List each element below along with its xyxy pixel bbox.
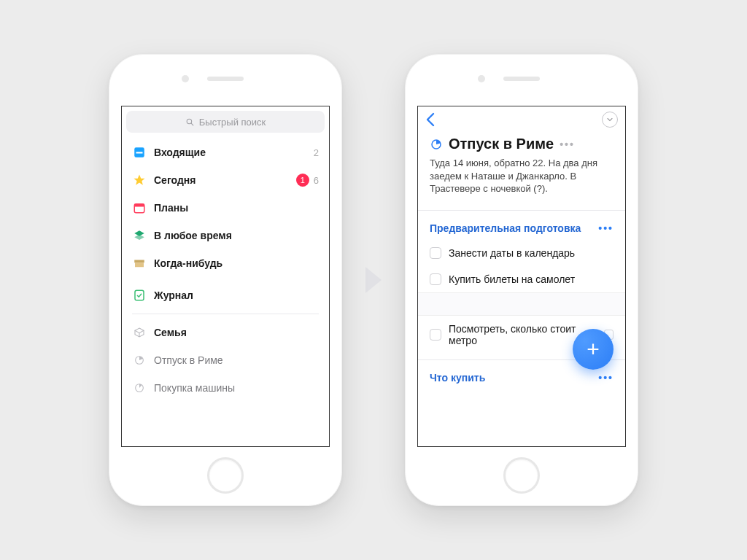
- project-pie-icon: [132, 353, 147, 368]
- task-row[interactable]: Купить билеты на самолет: [418, 266, 625, 292]
- logbook-icon: [132, 288, 147, 303]
- svg-rect-11: [135, 290, 144, 300]
- search-placeholder: Быстрый поиск: [199, 117, 266, 128]
- archive-icon: [132, 256, 147, 271]
- task-title: Купить билеты на самолет: [449, 273, 575, 285]
- phone-left: Быстрый поиск Входящие 2 Сегодня 1 6: [109, 54, 342, 506]
- calendar-icon: [132, 201, 147, 215]
- home-button[interactable]: [207, 457, 244, 494]
- area-label: Семья: [154, 327, 319, 338]
- right-screen: Отпуск в Риме ••• Туда 14 июня, обратно …: [417, 106, 626, 447]
- divider: [418, 210, 625, 211]
- project-label: Отпуск в Риме: [154, 354, 319, 366]
- back-chevron-icon[interactable]: [425, 112, 436, 127]
- sidebar-item-label: Когда-нибудь: [154, 257, 319, 269]
- project-header: Отпуск в Риме ••• Туда 14 июня, обратно …: [418, 133, 625, 204]
- search-input[interactable]: Быстрый поиск: [126, 111, 325, 133]
- task-checkbox[interactable]: [430, 273, 441, 285]
- complete-toggle-icon[interactable]: [602, 112, 618, 128]
- section-heading-label: Что купить: [430, 372, 485, 384]
- phone-speaker: [207, 77, 244, 81]
- stack-icon: [132, 228, 147, 243]
- section-heading-prep[interactable]: Предварительная подготовка •••: [418, 217, 625, 240]
- svg-marker-12: [135, 328, 144, 333]
- section-menu-icon[interactable]: •••: [598, 222, 614, 234]
- add-task-fab[interactable]: +: [573, 329, 614, 370]
- project-menu-icon[interactable]: •••: [560, 139, 575, 150]
- phone-speaker: [503, 77, 540, 81]
- sidebar-item-label: Планы: [154, 202, 319, 214]
- today-badge: 1: [296, 174, 309, 187]
- arrow-between-icon: [364, 265, 383, 295]
- sidebar-project-rome[interactable]: Отпуск в Риме: [122, 346, 329, 374]
- topbar: [418, 106, 625, 133]
- svg-rect-3: [136, 152, 143, 153]
- sidebar-item-label: Сегодня: [154, 174, 296, 186]
- sidebar-item-count: 6: [314, 175, 319, 186]
- project-progress-icon: [430, 138, 443, 151]
- search-icon: [185, 117, 195, 127]
- sidebar-item-inbox[interactable]: Входящие 2: [122, 139, 329, 166]
- phone-camera: [182, 75, 189, 82]
- sidebar-item-label: Входящие: [154, 147, 314, 158]
- sidebar-area-family[interactable]: Семья: [122, 319, 329, 346]
- sidebar-item-anytime[interactable]: В любое время: [122, 222, 329, 249]
- sidebar-item-count: 2: [314, 147, 319, 158]
- sidebar-item-logbook[interactable]: Журнал: [122, 281, 329, 309]
- project-label: Покупка машины: [154, 382, 319, 394]
- phone-right: Отпуск в Риме ••• Туда 14 июня, обратно …: [405, 54, 638, 506]
- left-screen: Быстрый поиск Входящие 2 Сегодня 1 6: [121, 106, 330, 447]
- divider: [132, 314, 319, 314]
- star-icon: [132, 173, 147, 187]
- project-title: Отпуск в Риме: [449, 136, 554, 152]
- sidebar-item-upcoming[interactable]: Планы: [122, 194, 329, 222]
- svg-point-0: [187, 119, 191, 124]
- task-checkbox[interactable]: [430, 329, 441, 341]
- home-button[interactable]: [503, 457, 540, 494]
- section-heading-label: Предварительная подготовка: [430, 222, 581, 234]
- sidebar-item-today[interactable]: Сегодня 1 6: [122, 166, 329, 194]
- drop-gap: [418, 292, 625, 316]
- phone-camera: [478, 75, 485, 82]
- section-menu-icon[interactable]: •••: [598, 372, 614, 384]
- area-cube-icon: [132, 325, 147, 340]
- plus-icon: +: [587, 337, 600, 362]
- svg-marker-8: [134, 235, 144, 241]
- svg-rect-10: [135, 262, 144, 267]
- sidebar-item-label: Журнал: [154, 289, 319, 301]
- svg-rect-6: [134, 204, 144, 207]
- sidebar-item-someday[interactable]: Когда-нибудь: [122, 249, 329, 277]
- svg-line-1: [191, 123, 193, 125]
- svg-rect-9: [134, 260, 144, 263]
- project-notes[interactable]: Туда 14 июня, обратно 22. На два дня зае…: [430, 157, 614, 195]
- sidebar-project-car[interactable]: Покупка машины: [122, 374, 329, 402]
- svg-marker-16: [365, 267, 382, 293]
- project-pie-icon: [132, 381, 147, 395]
- task-row[interactable]: Занести даты в календарь: [418, 240, 625, 266]
- task-checkbox[interactable]: [430, 247, 441, 259]
- svg-marker-4: [134, 175, 145, 185]
- sidebar-item-label: В любое время: [154, 230, 319, 241]
- sidebar-list: Входящие 2 Сегодня 1 6 Планы: [122, 137, 329, 402]
- inbox-icon: [132, 145, 147, 160]
- task-title: Занести даты в календарь: [449, 247, 575, 259]
